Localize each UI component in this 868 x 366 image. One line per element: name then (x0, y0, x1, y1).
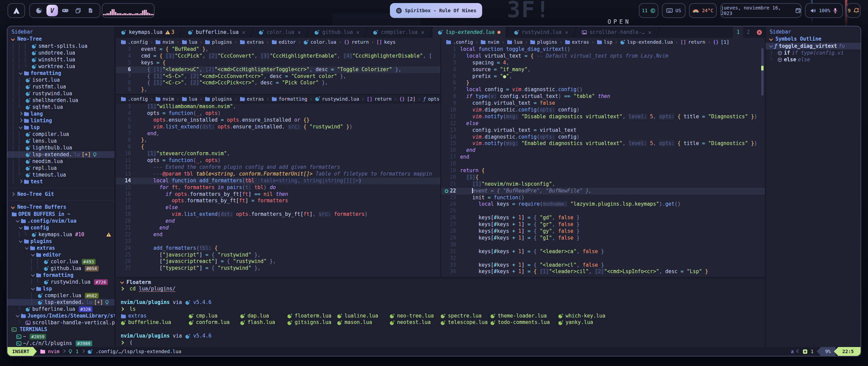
tree-item-smart-splits.lua[interactable]: │ │ │ smart-splits.lua (12, 43, 111, 49)
outline-item-if[interactable]: ├ ifif type(config.vi (770, 49, 857, 56)
tree-item-compiler.lua[interactable]: │ │ compiler.lua (12, 131, 111, 138)
tree-item-worktree.lua[interactable]: │ │ └ worktree.lua (12, 63, 111, 70)
tab-bufferline.lua[interactable]: bufferline.lua× (183, 26, 250, 38)
launcher-button[interactable] (7, 3, 25, 18)
floaterm-header[interactable]: Floaterm (121, 279, 760, 286)
dock-item-windows-icon[interactable] (73, 5, 83, 16)
notifications-widget[interactable]: 9 (846, 3, 861, 18)
section-terminals[interactable]: TERMINALS (12, 326, 111, 333)
floaterm-panel[interactable]: Floaterm cd lua/plugins/nvim/lua/plugins… (116, 277, 765, 347)
tree-item-compiler.lua[interactable]: │ compiler.lua#682 (12, 292, 111, 299)
tree-item-rustywind.lua[interactable]: │ │ rustywind.lua (12, 90, 111, 97)
breadcrumb-item[interactable]: plugins (205, 39, 232, 45)
tree-item-lightbulb.lua[interactable]: │ │ lightbulb.lua (12, 144, 111, 151)
tree-item-color.lua[interactable]: │ │ color.lua#493 (12, 258, 111, 265)
breadcrumb-item[interactable]: editor (272, 39, 296, 45)
updates-widget[interactable]: 11 (639, 3, 658, 18)
tree-item-lens.lua[interactable]: │ │ lens.lua (12, 138, 111, 144)
tabpage-1[interactable]: 1 (733, 26, 743, 38)
scrollbar-handle[interactable] (761, 48, 764, 96)
tree-item-lsp[interactable]: lsp (12, 285, 111, 292)
tree-item-extras[interactable]: extras (12, 245, 111, 251)
tree-item-repl.lua[interactable]: │ │ repl.lua (12, 165, 111, 171)
tree-item-shellharden.lua[interactable]: │ │ shellharden.lua (12, 97, 111, 104)
tab-keymaps.lua[interactable]: keymaps.lua3 (116, 26, 179, 38)
statusline-filepath[interactable]: .config/…/lsp/lsp-extended.lua (96, 349, 181, 354)
dock-item-document-icon[interactable] (85, 5, 96, 16)
dock-item-nvim-icon[interactable]: V (46, 5, 58, 16)
breadcrumb-item[interactable]: {}return (344, 39, 369, 45)
tree-item-sqlfmt.lua[interactable]: │ └ sqlfmt.lua (12, 104, 111, 110)
breadcrumb-item[interactable]: lsp (597, 39, 612, 45)
breadcrumb-item[interactable]: nvim (480, 39, 499, 45)
weather-widget[interactable]: 24°C (689, 3, 717, 18)
tab-close-icon[interactable]: × (356, 29, 360, 36)
tree-item-isort.lua[interactable]: │ │ isort.lua (12, 77, 111, 83)
tab-lsp-extended.lua[interactable]: lsp-extended.lua (433, 26, 506, 38)
split-separator[interactable] (440, 38, 441, 277)
tree-item-rustywind.lua[interactable]: │ └ rustywind.lua#726 (12, 279, 111, 285)
tab-close-icon[interactable]: × (648, 29, 651, 36)
outline-item-else[interactable]: └ elseelse (770, 56, 857, 63)
breadcrumb-item[interactable]: lua (182, 96, 197, 102)
section-neo-tree-buffers[interactable]: Neo-Tree Buffers (12, 204, 111, 211)
tab-rustywind.lua[interactable]: rustywind.lua× (509, 26, 573, 38)
tree-item-plugins[interactable]: plugins (12, 238, 111, 245)
breadcrumb-item[interactable]: lua (182, 39, 197, 45)
tree-item-lang[interactable]: │ lang (12, 110, 111, 117)
tab-compiler.lua[interactable]: compiler.lua× (368, 26, 429, 38)
tree-item-linting[interactable]: │ linting (12, 117, 111, 124)
tree-item-formatting[interactable]: formatting (12, 272, 111, 279)
tab-close-icon[interactable]: × (421, 29, 425, 36)
breadcrumb-item[interactable]: lsp-extended.lua (620, 39, 673, 45)
tree-item-github.lua[interactable]: │ └ github.lua#654 (12, 265, 111, 272)
dock-item-gamepad-icon[interactable] (60, 5, 71, 16)
breadcrumb-item[interactable]: []return (680, 39, 705, 45)
dock-item-firefox-icon[interactable] (34, 5, 44, 16)
section-symbols-outline[interactable]: Symbols Outline (770, 36, 857, 43)
breadcrumb-item[interactable]: formatting (272, 96, 307, 102)
tree-item-.config-nvim-lua[interactable]: .config/nvim/lua (12, 218, 111, 224)
breadcrumb-item[interactable]: extras (240, 39, 264, 45)
breadcrumb-item[interactable]: lua (507, 39, 522, 45)
section-neo-tree[interactable]: Neo-Tree (12, 36, 111, 43)
tree-item-winshift.lua[interactable]: │ │ │ winshift.lua (12, 56, 111, 63)
breadcrumb-item[interactable]: .config (446, 39, 473, 45)
close-all-button[interactable] (753, 26, 765, 38)
tree-item-keymaps.lua[interactable]: │ └ keymaps.lua#10 (12, 231, 111, 238)
tree-item-config[interactable]: config (12, 224, 111, 231)
editor-rustywind-lua[interactable]: 3 [1]"williamboman/mason.nvim",4 opts = … (116, 103, 440, 277)
tabpage-2[interactable]: 2 (743, 26, 753, 38)
tree-item-lsp-extended.[interactable]: │ lsp-extended.lu[+] (7, 299, 115, 306)
breadcrumb-item[interactable]: {}[1] (713, 39, 729, 45)
tree-item-~[interactable]: ~#2859 (12, 333, 111, 340)
breadcrumb-item[interactable]: []return (367, 96, 392, 102)
editor-color-lua[interactable]: 3 event = { "BufRead" },4 cmd = { [1]"Cc… (116, 46, 440, 94)
section-neo-tree-git[interactable]: Neo-Tree Git (12, 191, 111, 198)
editor-lsp-extended-lua[interactable]: 1local function toggle_diag_virtext()2 l… (441, 46, 766, 277)
statusline-cwd[interactable]: nvim (48, 349, 60, 354)
tree-item-editor[interactable]: editor (12, 251, 111, 258)
tree-item-lsp-extended.[interactable]: │ │ lsp-extended.lu[+] (7, 151, 115, 158)
tree-item-formatting[interactable]: │ formatting (12, 70, 111, 77)
tree-item-undotree.lua[interactable]: │ │ │ undotree.lua (12, 49, 111, 56)
breadcrumb-item[interactable]: nvim (155, 96, 174, 102)
tab-github.lua[interactable]: github.lua× (309, 26, 364, 38)
breadcrumb-item[interactable]: plugins (530, 39, 557, 45)
tab-close-icon[interactable]: × (242, 29, 245, 36)
tree-item-bufferline.lua[interactable]: └ bufferline.lua#328 (12, 306, 111, 312)
outline-item-toggle_diag_virtext[interactable]: ƒtoggle_diag_virtextfu (766, 43, 861, 49)
breadcrumb-item[interactable]: extras (565, 39, 589, 45)
breadcrumb-item[interactable]: ƒopts (423, 96, 439, 102)
tree-item-~-.c-n-l-plugins[interactable]: ~/.c/n/l/plugins#3980 (12, 340, 111, 347)
date-widget[interactable]: jueves, noviembre 16, 2023 (720, 3, 802, 18)
tree-item-rustfmt.lua[interactable]: │ │ rustfmt.lua (12, 83, 111, 90)
keyboard-layout-widget[interactable]: US (662, 3, 686, 18)
breadcrumb-item[interactable]: []keys (376, 39, 396, 45)
breadcrumb-item[interactable]: plugins (205, 96, 232, 102)
breadcrumb-item[interactable]: extras (240, 96, 264, 102)
tree-item-neodim.lua[interactable]: │ │ neodim.lua (12, 158, 111, 165)
volume-widget[interactable]: 100% (805, 3, 843, 18)
tree-item-lsp[interactable]: │ lsp (12, 124, 111, 131)
breadcrumb-item[interactable]: .config (121, 96, 148, 102)
